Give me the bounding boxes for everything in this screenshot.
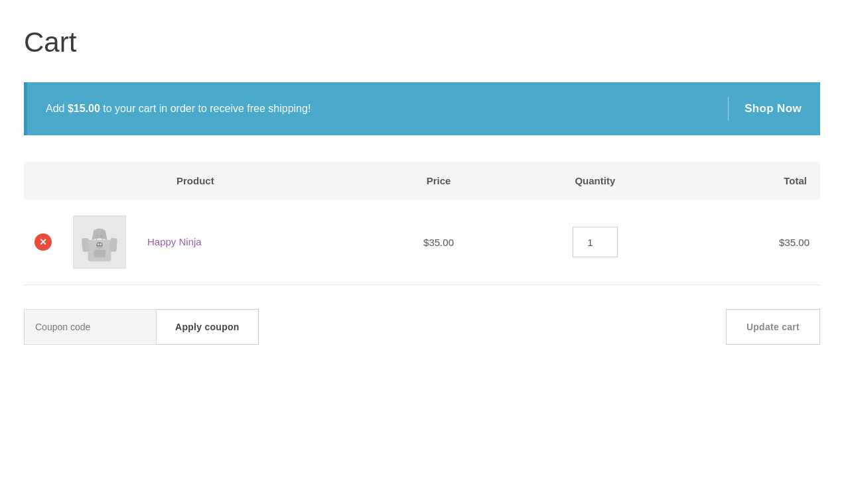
product-total-cell: $35.00 bbox=[683, 200, 820, 285]
svg-point-5 bbox=[98, 243, 99, 245]
cart-table-body: ✕ bbox=[24, 200, 820, 285]
table-row: ✕ bbox=[24, 200, 820, 285]
quantity-input[interactable] bbox=[573, 227, 618, 257]
remove-cell: ✕ bbox=[24, 200, 62, 285]
remove-icon: ✕ bbox=[35, 233, 52, 251]
svg-rect-3 bbox=[94, 250, 106, 258]
banner-prefix: Add bbox=[46, 103, 68, 114]
banner-right: Shop Now bbox=[712, 97, 802, 121]
cart-controls: Apply coupon Update cart bbox=[24, 309, 820, 345]
shipping-banner: Add $15.00 to your cart in order to rece… bbox=[24, 82, 820, 135]
shop-now-button[interactable]: Shop Now bbox=[744, 102, 802, 115]
shipping-banner-text: Add $15.00 to your cart in order to rece… bbox=[46, 103, 311, 115]
coupon-section: Apply coupon bbox=[24, 309, 259, 345]
apply-coupon-button[interactable]: Apply coupon bbox=[157, 309, 259, 345]
svg-point-6 bbox=[100, 243, 102, 245]
svg-rect-1 bbox=[82, 238, 90, 252]
hoodie-image bbox=[76, 219, 123, 265]
col-header-quantity: Quantity bbox=[507, 162, 683, 200]
coupon-input[interactable] bbox=[24, 309, 157, 345]
banner-divider bbox=[728, 97, 729, 121]
product-price-cell: $35.00 bbox=[370, 200, 508, 285]
table-header-row: Product Price Quantity Total bbox=[24, 162, 820, 200]
page-container: Cart Add $15.00 to your cart in order to… bbox=[0, 0, 844, 371]
product-link[interactable]: Happy Ninja bbox=[147, 236, 202, 247]
col-header-product-label: Product bbox=[137, 162, 370, 200]
cart-table-header: Product Price Quantity Total bbox=[24, 162, 820, 200]
product-thumbnail bbox=[73, 216, 126, 269]
banner-amount: $15.00 bbox=[68, 103, 100, 114]
product-quantity-cell bbox=[507, 200, 683, 285]
product-image-cell bbox=[62, 200, 137, 285]
col-header-total: Total bbox=[683, 162, 820, 200]
cart-table: Product Price Quantity Total ✕ bbox=[24, 162, 820, 285]
remove-item-button[interactable]: ✕ bbox=[35, 233, 52, 251]
banner-suffix: to your cart in order to receive free sh… bbox=[100, 103, 311, 114]
product-name-cell: Happy Ninja bbox=[137, 200, 370, 285]
col-header-price: Price bbox=[370, 162, 508, 200]
update-cart-button[interactable]: Update cart bbox=[726, 309, 820, 345]
svg-rect-2 bbox=[109, 238, 117, 252]
col-header-product bbox=[24, 162, 137, 200]
page-title: Cart bbox=[24, 27, 820, 58]
